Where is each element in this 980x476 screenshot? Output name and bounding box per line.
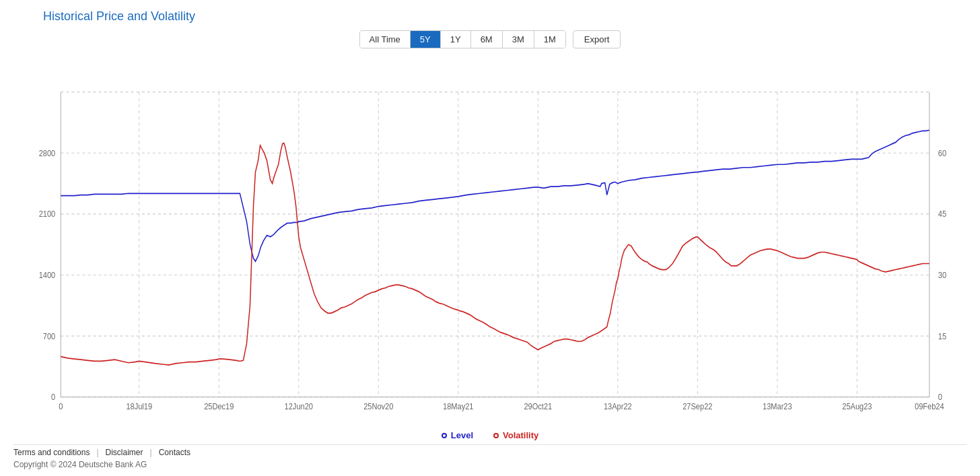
level-legend-label: Level <box>451 430 473 440</box>
y-axis-label-2800: 2800 <box>39 148 56 158</box>
btn-6m[interactable]: 6M <box>471 31 503 48</box>
y-axis-label-700: 700 <box>43 331 56 341</box>
chart-area: .grid-line { stroke: #ccc; stroke-width:… <box>20 54 960 428</box>
contacts-link[interactable]: Contacts <box>152 448 197 457</box>
page-title: Historical Price and Volatility <box>43 9 967 24</box>
x-label-feb24: 09Feb24 <box>915 401 944 411</box>
y-axis-label-2100: 2100 <box>39 209 56 219</box>
footer: Terms and conditions | Disclaimer | Cont… <box>13 444 967 469</box>
volatility-legend-label: Volatility <box>503 430 538 440</box>
copyright-text: Copyright © 2024 Deutsche Bank AG <box>13 460 967 469</box>
level-line <box>61 130 930 261</box>
x-label-dec19: 25Dec19 <box>204 401 234 411</box>
x-label-apr22: 13Apr22 <box>604 401 632 411</box>
x-label-nov20: 25Nov20 <box>363 401 394 411</box>
y-axis-label-1400: 1400 <box>39 270 56 279</box>
x-label-mar23: 13Mar23 <box>763 401 792 411</box>
export-button[interactable]: Export <box>573 30 621 48</box>
x-label-aug23: 25Aug23 <box>842 401 872 411</box>
x-label-jun20: 12Jun20 <box>285 401 314 411</box>
x-label-jul19: 18Jul19 <box>126 401 152 411</box>
legend-volatility: Volatility <box>493 430 538 440</box>
btn-1m[interactable]: 1M <box>534 31 565 48</box>
level-legend-dot <box>442 433 447 438</box>
x-label-sep22: 27Sep22 <box>682 401 712 411</box>
terms-link[interactable]: Terms and conditions <box>13 448 96 457</box>
volatility-legend-dot <box>493 433 499 438</box>
chart-legend: Level Volatility <box>13 430 967 440</box>
x-label-start: 0 <box>59 401 63 411</box>
y-right-15: 15 <box>938 331 947 341</box>
toolbar: All Time 5Y 1Y 6M 3M 1M Export <box>13 30 967 48</box>
btn-1y[interactable]: 1Y <box>441 31 471 48</box>
btn-3m[interactable]: 3M <box>503 31 534 48</box>
y-right-60: 60 <box>938 148 947 158</box>
y-axis-label-0: 0 <box>51 393 56 402</box>
timeframe-group: All Time 5Y 1Y 6M 3M 1M <box>359 30 566 48</box>
disclaimer-link[interactable]: Disclaimer <box>99 448 150 457</box>
chart-svg: .grid-line { stroke: #ccc; stroke-width:… <box>20 54 960 428</box>
volatility-line <box>61 143 930 366</box>
x-label-may21: 18May21 <box>443 401 473 411</box>
y-right-45: 45 <box>938 209 947 219</box>
btn-5y[interactable]: 5Y <box>411 31 441 48</box>
legend-level: Level <box>442 430 473 440</box>
page-wrapper: Historical Price and Volatility All Time… <box>0 0 980 476</box>
y-right-0: 0 <box>938 393 943 402</box>
y-right-30: 30 <box>938 270 947 279</box>
x-label-oct21: 29Oct21 <box>524 401 552 411</box>
btn-alltime[interactable]: All Time <box>360 31 411 48</box>
footer-links: Terms and conditions | Disclaimer | Cont… <box>13 448 967 457</box>
